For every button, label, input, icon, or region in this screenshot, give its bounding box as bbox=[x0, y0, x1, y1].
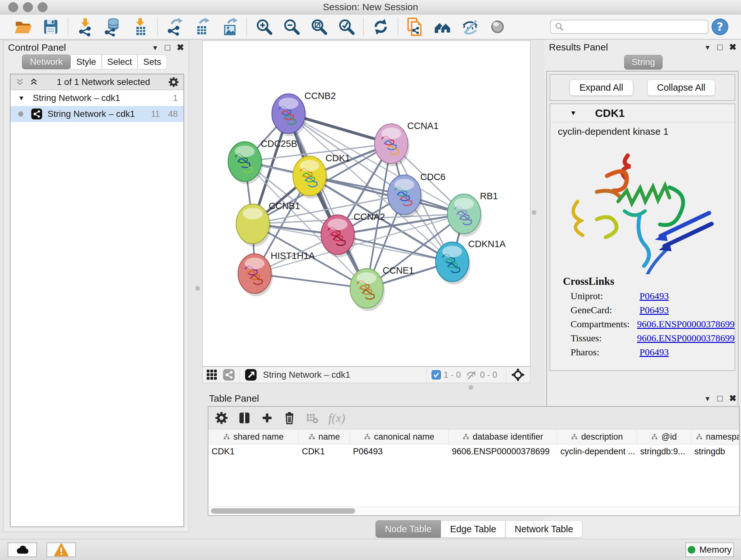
table-options-gear-icon[interactable] bbox=[215, 411, 228, 425]
column-header-database-identifier[interactable]: database identifier bbox=[449, 429, 557, 444]
close-panel-icon[interactable]: ✖ bbox=[729, 43, 737, 52]
horizontal-scrollbar[interactable] bbox=[208, 507, 739, 515]
export-image-button[interactable] bbox=[216, 16, 243, 37]
float-panel-icon[interactable]: □ bbox=[718, 43, 723, 52]
show-columns-icon[interactable] bbox=[238, 411, 251, 425]
add-column-icon[interactable] bbox=[261, 412, 273, 424]
grid-view-icon[interactable] bbox=[206, 369, 218, 381]
crosslink-row: Uniprot:P06493 bbox=[563, 291, 735, 301]
show-all-button[interactable] bbox=[484, 16, 511, 37]
column-header-canonical-name[interactable]: canonical name bbox=[350, 429, 449, 444]
collapse-panel-icon[interactable]: ▼ bbox=[704, 395, 711, 402]
close-panel-icon[interactable]: ✖ bbox=[177, 43, 184, 52]
left-splitter-handle[interactable] bbox=[195, 286, 200, 291]
table-panel-title: Table Panel bbox=[209, 393, 259, 404]
birdseye-view-icon[interactable] bbox=[245, 368, 257, 381]
stringapp-import-button[interactable] bbox=[401, 16, 429, 37]
network-node-CCNE1[interactable]: CCNE1 bbox=[350, 265, 414, 311]
network-node-CDK1[interactable]: CDK1 bbox=[293, 153, 350, 199]
tab-edge-table[interactable]: Edge Table bbox=[441, 520, 506, 538]
network-canvas[interactable]: CCNB2CCNA1CDC25BCDK1CDC6RB1CCNB1CCNA2CDK… bbox=[202, 41, 530, 367]
node-label: CDKN1A bbox=[468, 239, 506, 249]
network-node-CCNB1[interactable]: CCNB1 bbox=[236, 201, 300, 246]
crosslink-link[interactable]: 9606.ENSP00000378699 bbox=[637, 319, 735, 329]
right-splitter-handle[interactable] bbox=[532, 210, 536, 215]
close-panel-icon[interactable]: ✖ bbox=[729, 394, 737, 403]
gene-section-header[interactable]: ▼ CDK1 bbox=[550, 104, 735, 122]
help-button[interactable]: ? bbox=[709, 16, 731, 37]
network-collection-row[interactable]: ▼ String Network – cdk1 1 bbox=[10, 90, 184, 106]
network-edge bbox=[288, 114, 367, 288]
collapse-all-button[interactable]: Collapse All bbox=[647, 79, 716, 96]
column-header-description[interactable]: description bbox=[557, 429, 637, 444]
first-neighbors-button[interactable] bbox=[429, 16, 456, 37]
pan-crosshair-icon[interactable] bbox=[511, 368, 525, 382]
node-table-container: f(x) shared namenamecanonical namedataba… bbox=[208, 406, 740, 516]
search-input[interactable] bbox=[567, 21, 704, 32]
import-network-database-button[interactable] bbox=[99, 16, 126, 37]
tab-string[interactable]: String bbox=[624, 55, 663, 70]
open-session-button[interactable] bbox=[10, 16, 37, 37]
crosslink-link[interactable]: 9606.ENSP00000378699 bbox=[637, 333, 735, 344]
selected-checkbox-icon[interactable] bbox=[431, 370, 441, 380]
network-row[interactable]: String Network – cdk1 11 48 bbox=[10, 106, 184, 122]
network-node-CDC25B[interactable]: CDC25B bbox=[228, 138, 297, 184]
gene-expander-icon[interactable]: ▼ bbox=[570, 109, 577, 117]
zoom-out-button[interactable] bbox=[278, 16, 305, 37]
crosslink-link[interactable]: P06493 bbox=[639, 291, 669, 301]
memory-button[interactable]: Memory bbox=[685, 543, 734, 557]
tab-sets[interactable]: Sets bbox=[138, 55, 167, 69]
crosslink-link[interactable]: P06493 bbox=[639, 347, 669, 358]
column-header-shared-name[interactable]: shared name bbox=[208, 429, 299, 444]
network-node-HIST1H1A[interactable]: HIST1H1A bbox=[238, 251, 315, 296]
save-session-button[interactable] bbox=[37, 16, 64, 37]
collapse-panel-icon[interactable]: ▼ bbox=[152, 44, 158, 51]
import-table-file-button[interactable] bbox=[126, 16, 154, 37]
network-node-CDC6[interactable]: CDC6 bbox=[388, 172, 446, 217]
export-table-button[interactable] bbox=[188, 16, 216, 37]
collection-expander-icon[interactable]: ▼ bbox=[18, 95, 24, 102]
zoom-in-button[interactable] bbox=[250, 16, 278, 37]
tab-network-table[interactable]: Network Table bbox=[506, 520, 583, 538]
tab-network[interactable]: Network bbox=[22, 55, 71, 69]
network-node-CDKN1A[interactable]: CDKN1A bbox=[435, 239, 506, 285]
delete-table-icon[interactable] bbox=[306, 411, 319, 425]
column-header--id[interactable]: @id bbox=[637, 429, 691, 444]
collapse-all-icon[interactable] bbox=[15, 77, 24, 87]
network-edge-count: 48 bbox=[168, 109, 178, 119]
tab-node-table[interactable]: Node Table bbox=[376, 520, 441, 538]
import-network-file-button[interactable] bbox=[71, 16, 99, 37]
zoom-selected-button[interactable] bbox=[333, 16, 360, 37]
cloud-status-button[interactable] bbox=[8, 543, 37, 557]
apply-style-button[interactable] bbox=[367, 16, 394, 37]
network-view-badge-icon[interactable] bbox=[222, 368, 235, 381]
crosslink-link[interactable]: P06493 bbox=[639, 305, 669, 315]
network-node-RB1[interactable]: RB1 bbox=[448, 191, 498, 237]
bottom-splitter-handle[interactable] bbox=[468, 385, 473, 390]
collapse-panel-icon[interactable]: ▼ bbox=[704, 44, 711, 51]
zoom-fit-button[interactable] bbox=[305, 16, 333, 37]
float-panel-icon[interactable]: □ bbox=[165, 43, 171, 52]
zoom-out-icon bbox=[282, 17, 300, 36]
float-panel-icon[interactable]: □ bbox=[718, 394, 723, 403]
column-header-name[interactable]: name bbox=[299, 429, 350, 444]
network-node-CCNB2[interactable]: CCNB2 bbox=[272, 91, 336, 136]
expand-all-icon[interactable] bbox=[29, 77, 39, 87]
network-options-gear-icon[interactable] bbox=[168, 77, 179, 87]
network-view-title: String Network – cdk1 bbox=[263, 370, 350, 380]
network-badge-icon bbox=[31, 108, 43, 120]
tab-select[interactable]: Select bbox=[102, 55, 138, 69]
crosslink-row: Compartments:9606.ENSP00000378699 bbox=[563, 319, 735, 329]
network-node-CCNA1[interactable]: CCNA1 bbox=[375, 121, 439, 166]
column-header-namespace[interactable]: namespace bbox=[691, 429, 739, 444]
tab-style[interactable]: Style bbox=[71, 55, 102, 69]
function-builder-icon[interactable]: f(x) bbox=[328, 411, 345, 425]
scrollbar-thumb[interactable] bbox=[211, 508, 355, 514]
delete-column-trash-icon[interactable] bbox=[283, 412, 296, 424]
hide-selected-button[interactable] bbox=[456, 16, 484, 37]
export-network-button[interactable] bbox=[161, 16, 188, 37]
crosslink-label: Uniprot: bbox=[570, 291, 639, 301]
expand-all-button[interactable]: Expand All bbox=[569, 79, 633, 96]
table-row[interactable]: CDK1CDK1P064939606.ENSP00000378699cyclin… bbox=[208, 444, 739, 458]
warning-status-button[interactable] bbox=[47, 543, 76, 557]
